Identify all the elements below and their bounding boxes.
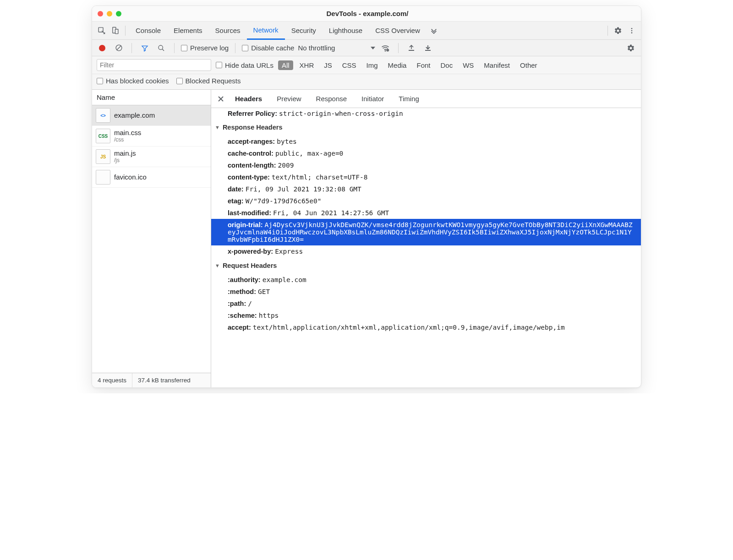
panel-settings-icon[interactable] [624, 42, 637, 54]
kebab-menu-icon[interactable] [625, 24, 638, 37]
preserve-log-label: Preserve log [190, 44, 229, 52]
type-filter-js[interactable]: JS [320, 60, 336, 70]
device-toggle-icon[interactable] [109, 24, 121, 37]
header-row[interactable]: origin-trial: Aj4DysCv3VjknU3jJvkDEwnQZK… [211, 219, 641, 245]
status-transfer: 37.4 kB transferred [132, 373, 196, 387]
type-filter-css[interactable]: CSS [339, 60, 360, 70]
has-blocked-cookies-label: Has blocked cookies [106, 77, 169, 85]
header-key: last-modified: [228, 209, 273, 217]
record-button[interactable] [96, 42, 109, 54]
disable-cache-checkbox[interactable]: Disable cache [242, 44, 294, 52]
header-value: text/html,application/xhtml+xml,applicat… [253, 324, 565, 331]
header-row[interactable]: accept-ranges: bytes [211, 136, 641, 147]
request-row[interactable]: favicon.ico [92, 167, 211, 188]
type-filter-ws[interactable]: WS [459, 60, 477, 70]
header-key: accept: [228, 324, 253, 331]
detail-tab-timing[interactable]: Timing [391, 90, 426, 108]
close-detail-icon[interactable] [214, 90, 228, 108]
svg-point-4 [631, 30, 633, 31]
response-headers-section[interactable]: ▼ Response Headers [211, 119, 641, 136]
more-tabs-icon[interactable] [427, 24, 440, 37]
file-type-icon: JS [96, 149, 110, 164]
titlebar: DevTools - example.com/ [92, 6, 641, 22]
type-filter-all[interactable]: All [278, 60, 293, 70]
header-row[interactable]: cache-control: public, max-age=0 [211, 147, 641, 159]
clear-icon[interactable] [112, 42, 125, 54]
detail-tab-initiator[interactable]: Initiator [354, 90, 391, 108]
minimize-traffic-light[interactable] [107, 11, 112, 16]
has-blocked-cookies-checkbox[interactable]: Has blocked cookies [97, 77, 169, 85]
svg-point-7 [159, 45, 163, 49]
import-har-icon[interactable] [405, 42, 418, 54]
header-row[interactable]: :authority: example.com [211, 274, 641, 286]
header-key: date: [228, 185, 246, 193]
close-traffic-light[interactable] [98, 11, 103, 16]
header-row[interactable]: :scheme: https [211, 310, 641, 321]
tab-sources[interactable]: Sources [209, 22, 247, 40]
throttling-select[interactable]: No throttling [298, 44, 375, 52]
header-row[interactable]: last-modified: Fri, 04 Jun 2021 14:27:56… [211, 207, 641, 219]
header-row[interactable]: :path: / [211, 298, 641, 310]
type-filter-manifest[interactable]: Manifest [480, 60, 514, 70]
type-filter-other[interactable]: Other [516, 60, 541, 70]
divider [607, 26, 608, 36]
throttling-label: No throttling [298, 44, 335, 52]
type-filter-xhr[interactable]: XHR [296, 60, 318, 70]
detail-tabs: HeadersPreviewResponseInitiatorTiming [211, 90, 641, 108]
tab-security[interactable]: Security [285, 22, 323, 40]
header-key: :scheme: [228, 312, 259, 319]
header-key: accept-ranges: [228, 138, 277, 145]
tab-network[interactable]: Network [247, 22, 285, 40]
detail-tab-headers[interactable]: Headers [228, 90, 269, 108]
header-row[interactable]: content-type: text/html; charset=UTF-8 [211, 171, 641, 183]
tab-elements[interactable]: Elements [167, 22, 209, 40]
header-key: :authority: [228, 276, 263, 283]
hide-data-urls-checkbox[interactable]: Hide data URLs [216, 61, 274, 69]
disable-cache-label: Disable cache [251, 44, 294, 52]
disclosure-triangle-icon: ▼ [215, 125, 220, 130]
inspect-icon[interactable] [95, 24, 108, 37]
detail-tab-preview[interactable]: Preview [269, 90, 308, 108]
header-row[interactable]: x-powered-by: Express [211, 245, 641, 257]
filter-icon[interactable] [138, 42, 151, 54]
type-filter-img[interactable]: Img [363, 60, 382, 70]
svg-rect-10 [409, 50, 414, 51]
request-list: <>example.comCSSmain.css/cssJSmain.js/js… [92, 105, 211, 373]
request-headers-section[interactable]: ▼ Request Headers [211, 257, 641, 274]
blocked-requests-checkbox[interactable]: Blocked Requests [176, 77, 241, 85]
request-row[interactable]: CSSmain.css/css [92, 126, 211, 147]
file-type-icon: <> [96, 108, 110, 123]
header-value: https [259, 312, 279, 319]
preserve-log-checkbox[interactable]: Preserve log [181, 44, 229, 52]
network-toolbar: Preserve log Disable cache No throttling [92, 40, 641, 56]
tab-console[interactable]: Console [129, 22, 167, 40]
settings-icon[interactable] [612, 24, 624, 37]
name-column-header[interactable]: Name [92, 90, 211, 105]
request-path: /css [114, 137, 141, 143]
tab-css-overview[interactable]: CSS Overview [369, 22, 427, 40]
header-row[interactable]: date: Fri, 09 Jul 2021 19:32:08 GMT [211, 183, 641, 195]
tab-lighthouse[interactable]: Lighthouse [323, 22, 369, 40]
request-name: main.css [114, 129, 141, 136]
headers-detail[interactable]: Referrer Policy: strict-origin-when-cros… [211, 108, 641, 387]
request-list-panel: Name <>example.comCSSmain.css/cssJSmain.… [92, 90, 211, 387]
type-filter-font[interactable]: Font [413, 60, 434, 70]
header-row[interactable]: etag: W/"7d9-179d76c65e0" [211, 195, 641, 207]
detail-tab-response[interactable]: Response [309, 90, 355, 108]
type-filter-doc[interactable]: Doc [437, 60, 456, 70]
request-row[interactable]: JSmain.js/js [92, 147, 211, 167]
export-har-icon[interactable] [421, 42, 434, 54]
request-row[interactable]: <>example.com [92, 105, 211, 126]
network-conditions-icon[interactable] [379, 42, 392, 54]
traffic-lights [98, 11, 121, 16]
status-bar: 4 requests 37.4 kB transferred [92, 373, 211, 387]
zoom-traffic-light[interactable] [116, 11, 121, 16]
header-row[interactable]: content-length: 2009 [211, 159, 641, 171]
type-filter-media[interactable]: Media [384, 60, 410, 70]
filter-input[interactable] [97, 59, 211, 71]
header-key: :path: [228, 300, 248, 307]
detail-panel: HeadersPreviewResponseInitiatorTiming Re… [211, 90, 641, 387]
header-row[interactable]: :method: GET [211, 286, 641, 298]
search-icon[interactable] [155, 42, 168, 54]
header-row[interactable]: accept: text/html,application/xhtml+xml,… [211, 321, 641, 333]
